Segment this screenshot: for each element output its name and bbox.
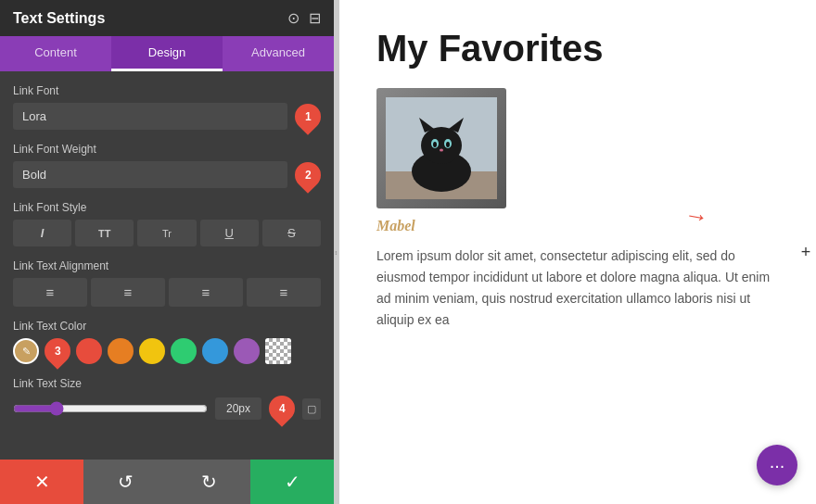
tab-design[interactable]: Design <box>111 36 223 71</box>
bottom-bar: ✕ ↺ ↻ ✓ <box>0 460 334 504</box>
size-slider[interactable] <box>13 401 208 416</box>
panel-header: Text Settings ⊙ ⊟ <box>0 0 334 36</box>
save-button[interactable]: ✓ <box>250 460 334 504</box>
color-row: ✎ 3 <box>13 338 321 364</box>
reset-icon[interactable]: ⊙ <box>287 9 300 27</box>
fab-button[interactable]: ··· <box>757 445 797 485</box>
color-blue[interactable] <box>202 338 228 364</box>
left-panel: Text Settings ⊙ ⊟ Content Design Advance… <box>0 0 334 504</box>
link-font-style-group: Link Font Style I TT Tr U S <box>13 201 321 246</box>
color-orange[interactable] <box>108 338 134 364</box>
link-font-weight-label: Link Font Weight <box>13 143 321 156</box>
collapse-icon[interactable]: ⊟ <box>309 9 321 27</box>
panel-header-icons: ⊙ ⊟ <box>287 9 321 27</box>
align-left-btn[interactable]: ≡ <box>13 278 87 307</box>
tab-content[interactable]: Content <box>0 36 111 71</box>
size-row: 4 ▢ <box>13 396 321 422</box>
undo-button[interactable]: ↺ <box>83 460 167 504</box>
size-slider-wrap <box>13 401 208 416</box>
redo-button[interactable]: ↻ <box>167 460 250 504</box>
link-text-alignment-group: Link Text Alignment ≡ ≡ ≡ ≡ <box>13 259 321 307</box>
link-font-style-label: Link Font Style <box>13 201 321 214</box>
preview-title: My Favorites <box>376 28 779 69</box>
size-input-wrap <box>215 397 261 420</box>
svg-point-8 <box>433 142 437 147</box>
link-font-weight-row: 2 <box>13 161 321 188</box>
preview-body-text: Lorem ipsum dolor sit amet, consectetur … <box>376 246 779 331</box>
link-text-alignment-label: Link Text Alignment <box>13 259 321 272</box>
settings-content: Link Font 1 Link Font Weight 2 Link Font… <box>0 71 334 460</box>
align-right-btn[interactable]: ≡ <box>169 278 243 307</box>
tab-advanced[interactable]: Advanced <box>223 36 334 71</box>
color-transparent[interactable] <box>265 338 291 364</box>
svg-point-9 <box>446 142 450 147</box>
link-text-size-label: Link Text Size <box>13 377 321 390</box>
style-buttons: I TT Tr U S <box>13 220 321 246</box>
link-font-weight-badge: 2 <box>289 157 326 194</box>
link-font-group: Link Font 1 <box>13 84 321 130</box>
size-input[interactable] <box>215 397 261 420</box>
link-text-color-group: Link Text Color ✎ 3 <box>13 320 321 364</box>
color-green[interactable] <box>171 338 197 364</box>
color-red[interactable] <box>76 338 102 364</box>
align-center-btn[interactable]: ≡ <box>91 278 165 307</box>
link-font-input[interactable] <box>13 103 287 130</box>
tabs: Content Design Advanced <box>0 36 334 71</box>
link-font-row: 1 <box>13 103 321 130</box>
arrow-indicator: → <box>682 200 711 233</box>
cat-image-svg <box>386 97 497 199</box>
fab-icon: ··· <box>770 455 785 476</box>
svg-point-10 <box>440 149 443 152</box>
align-buttons: ≡ ≡ ≡ ≡ <box>13 278 321 307</box>
link-font-badge: 1 <box>289 98 326 135</box>
style-italic-btn[interactable]: I <box>13 220 71 246</box>
size-unit-btn[interactable]: ▢ <box>302 398 321 420</box>
preview-image <box>376 88 506 208</box>
right-panel: My Favorites → Mabel Lorem ipsum dolor s… <box>339 0 816 504</box>
link-text-size-badge: 4 <box>263 390 300 427</box>
link-text-color-label: Link Text Color <box>13 320 321 333</box>
color-purple[interactable] <box>234 338 260 364</box>
active-color-swatch[interactable]: ✎ <box>13 338 39 364</box>
cancel-button[interactable]: ✕ <box>0 460 83 504</box>
link-font-weight-group: Link Font Weight 2 <box>13 143 321 188</box>
link-text-color-badge: 3 <box>39 333 76 370</box>
style-strike-btn[interactable]: S <box>262 220 321 246</box>
link-font-label: Link Font <box>13 84 321 97</box>
preview-link[interactable]: Mabel <box>376 218 779 234</box>
color-yellow[interactable] <box>139 338 165 364</box>
style-tt-btn[interactable]: TT <box>75 220 134 246</box>
svg-point-3 <box>421 127 462 164</box>
link-text-size-group: Link Text Size 4 ▢ <box>13 377 321 422</box>
align-justify-btn[interactable]: ≡ <box>247 278 321 307</box>
style-tr-btn[interactable]: Tr <box>137 220 196 246</box>
panel-title: Text Settings <box>13 10 105 27</box>
plus-button[interactable]: + <box>796 242 816 262</box>
style-underline-btn[interactable]: U <box>200 220 259 246</box>
link-font-weight-input[interactable] <box>13 161 287 188</box>
